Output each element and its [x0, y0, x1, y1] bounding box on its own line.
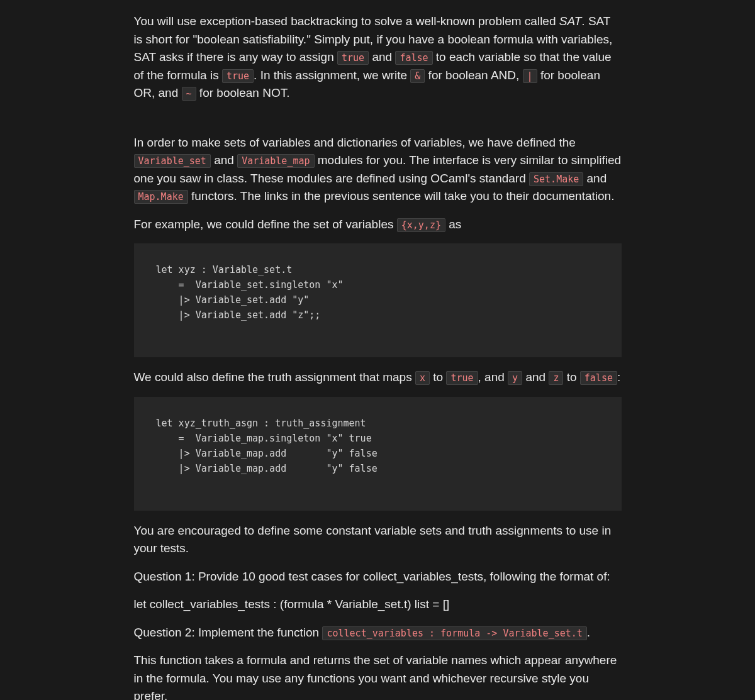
question-1-paragraph: Question 1: Provide 10 good test cases f…	[134, 568, 622, 586]
code-tilde: ~	[182, 87, 196, 101]
code-variable-map: Variable_map	[237, 154, 314, 168]
code-block-xyz-map: let xyz_truth_asgn : truth_assignment = …	[134, 397, 622, 511]
code-set-make: Set.Make	[529, 172, 583, 186]
sat-emphasis: SAT	[559, 14, 582, 28]
text: and	[211, 153, 237, 167]
question-2-paragraph: Question 2: Implement the function colle…	[134, 624, 622, 642]
modules-paragraph: In order to make sets of variables and d…	[134, 134, 622, 206]
text: In order to make sets of variables and d…	[134, 136, 576, 149]
code-collect-variables: collect_variables : formula -> Variable_…	[322, 626, 586, 640]
question-1-format: let collect_variables_tests : (formula *…	[134, 596, 622, 614]
intro-paragraph: You will use exception-based backtrackin…	[134, 13, 622, 103]
text: .	[587, 626, 590, 639]
code-pipe: |	[523, 69, 537, 83]
code-variable-set: Variable_set	[134, 154, 211, 168]
text: We could also define the truth assignmen…	[134, 370, 415, 384]
text: as	[445, 218, 461, 231]
code-z: z	[549, 371, 563, 385]
code-map-make: Map.Make	[134, 190, 188, 204]
code-amp: &	[410, 69, 425, 83]
text: :	[617, 370, 620, 384]
code-true: true	[446, 371, 478, 385]
code-y: y	[508, 371, 522, 385]
encouragement-paragraph: You are encouraged to define some consta…	[134, 522, 622, 558]
code-xyz-set: {x,y,z}	[397, 218, 445, 232]
text: functors. The links in the previous sent…	[188, 189, 615, 203]
text: , and	[478, 370, 508, 384]
text: to	[430, 370, 446, 384]
code-false: false	[395, 51, 432, 65]
text: and	[583, 172, 607, 185]
text: and	[522, 370, 549, 384]
text: for boolean AND,	[425, 69, 522, 82]
text: You will use exception-based backtrackin…	[134, 14, 559, 28]
question-2-description: This function takes a formula and return…	[134, 652, 622, 700]
code-true: true	[222, 69, 254, 83]
code-false: false	[580, 371, 617, 385]
text: Question 2: Implement the function	[134, 626, 323, 639]
example-set-paragraph: For example, we could define the set of …	[134, 216, 622, 234]
text: for boolean NOT.	[196, 86, 290, 99]
code-block-xyz-set: let xyz : Variable_set.t = Variable_set.…	[134, 243, 622, 357]
text: to	[563, 370, 579, 384]
example-map-paragraph: We could also define the truth assignmen…	[134, 369, 622, 387]
text: and	[369, 50, 395, 64]
text: For example, we could define the set of …	[134, 218, 397, 231]
text: . In this assignment, we write	[254, 69, 410, 82]
document-content: You will use exception-based backtrackin…	[121, 13, 634, 700]
code-true: true	[337, 51, 369, 65]
code-x: x	[415, 371, 430, 385]
